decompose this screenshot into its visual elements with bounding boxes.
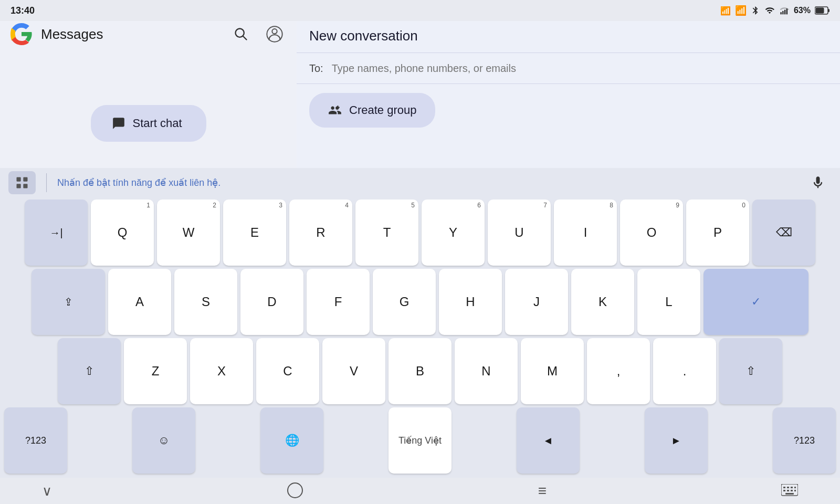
to-label: To: <box>309 62 323 75</box>
key-x[interactable]: X <box>190 338 253 404</box>
home-button[interactable] <box>287 482 303 500</box>
key-i[interactable]: I8 <box>554 200 617 266</box>
battery-icon <box>815 6 830 15</box>
status-icons: 📶 📶 63% <box>720 5 830 16</box>
key-q[interactable]: Q1 <box>91 200 154 266</box>
key-period[interactable]: . <box>653 338 716 404</box>
create-group-label: Create group <box>349 103 416 117</box>
key-s[interactable]: S <box>174 269 237 335</box>
caps-key[interactable]: ⇪ <box>32 269 105 335</box>
svg-rect-6 <box>816 8 824 14</box>
keyboard-suggest-text[interactable]: Nhấn để bật tính năng để xuất liên hệ. <box>57 177 220 188</box>
svg-rect-18 <box>794 487 796 488</box>
home-circle-icon <box>287 482 303 499</box>
globe-key[interactable]: 🌐 <box>260 407 323 474</box>
key-k[interactable]: K <box>571 269 634 335</box>
keyboard-icon <box>781 484 798 497</box>
key-u[interactable]: U7 <box>488 200 551 266</box>
key-j[interactable]: J <box>505 269 568 335</box>
svg-rect-16 <box>787 487 789 488</box>
key-t[interactable]: T5 <box>355 200 418 266</box>
svg-rect-19 <box>783 490 785 491</box>
language-label: Tiếng Việt <box>398 435 442 446</box>
action-row: Create group <box>297 84 840 136</box>
arrow-left-key[interactable]: ◄ <box>517 407 580 474</box>
svg-rect-23 <box>785 493 794 495</box>
key-v[interactable]: V <box>322 338 385 404</box>
profile-button[interactable] <box>263 23 286 46</box>
search-button[interactable] <box>229 23 253 46</box>
key-g[interactable]: G <box>373 269 436 335</box>
chat-icon <box>112 117 125 130</box>
mic-icon <box>811 175 825 190</box>
status-time: 13:40 <box>10 5 35 16</box>
signal-icon <box>779 6 790 15</box>
navigation-bar: ∨ ≡ <box>0 478 840 504</box>
svg-rect-1 <box>782 11 783 15</box>
keyboard-row-4: ?123 ☺ 🌐 Tiếng Việt ◄ ► ?123 <box>4 407 836 474</box>
key-a[interactable]: A <box>108 269 171 335</box>
key-f[interactable]: F <box>307 269 370 335</box>
key-c[interactable]: C <box>256 338 319 404</box>
header-icons <box>229 23 286 46</box>
key-o[interactable]: O9 <box>620 200 683 266</box>
svg-rect-12 <box>23 184 27 188</box>
num-key-right[interactable]: ?123 <box>773 407 836 474</box>
keyboard-button[interactable] <box>781 484 798 498</box>
emoji-key[interactable]: ☺ <box>132 407 195 474</box>
key-m[interactable]: M <box>521 338 584 404</box>
enter-key[interactable]: ✓ <box>704 269 808 335</box>
keyboard-toolbar: Nhấn để bật tính năng để xuất liên hệ. <box>0 168 840 197</box>
shift-left-key[interactable]: ⇧ <box>58 338 121 404</box>
key-e[interactable]: E3 <box>223 200 286 266</box>
start-chat-button[interactable]: Start chat <box>91 105 206 142</box>
battery-percent: 63% <box>794 6 811 15</box>
wifi-icon2 <box>764 6 775 15</box>
group-add-icon <box>328 103 342 117</box>
keyboard-rows: →| Q1 W2 E3 R4 T5 Y6 U7 I8 O9 P0 ⌫ ⇪ A S… <box>0 197 840 478</box>
key-l[interactable]: L <box>637 269 700 335</box>
svg-point-13 <box>288 483 302 498</box>
svg-rect-9 <box>17 177 21 182</box>
to-row[interactable]: To: <box>297 52 840 84</box>
app-title: Messages <box>41 26 221 43</box>
shift-right-key[interactable]: ⇧ <box>719 338 782 404</box>
svg-rect-15 <box>783 487 785 488</box>
key-h[interactable]: H <box>439 269 502 335</box>
key-comma[interactable]: , <box>587 338 650 404</box>
keyboard-row-3: ⇧ Z X C V B N M , . ⇧ <box>4 338 836 404</box>
num-key-left[interactable]: ?123 <box>4 407 67 474</box>
back-icon: ∨ <box>42 483 52 499</box>
bluetooth-icon: 📶 <box>720 6 731 16</box>
svg-rect-22 <box>794 490 796 491</box>
keyboard-row-2: ⇪ A S D F G H J K L ✓ <box>4 269 836 335</box>
key-w[interactable]: W2 <box>157 200 220 266</box>
tab-key[interactable]: →| <box>25 200 88 266</box>
menu-icon: ≡ <box>538 482 547 499</box>
backspace-key[interactable]: ⌫ <box>752 200 815 266</box>
start-chat-label: Start chat <box>133 117 182 130</box>
apps-icon <box>15 175 29 190</box>
key-r[interactable]: R4 <box>289 200 352 266</box>
status-bar: 13:40 📶 📶 63% <box>0 0 840 21</box>
menu-button[interactable]: ≡ <box>538 482 547 499</box>
key-n[interactable]: N <box>455 338 518 404</box>
key-d[interactable]: D <box>240 269 303 335</box>
keyboard-apps-button[interactable] <box>8 171 36 194</box>
microphone-button[interactable] <box>804 171 832 194</box>
svg-rect-2 <box>784 10 785 15</box>
back-button[interactable]: ∨ <box>42 483 52 499</box>
bluetooth-icon2 <box>751 6 760 15</box>
create-group-button[interactable]: Create group <box>309 93 435 128</box>
svg-rect-17 <box>791 487 793 488</box>
key-y[interactable]: Y6 <box>422 200 485 266</box>
svg-rect-11 <box>17 184 21 188</box>
svg-rect-20 <box>787 490 789 491</box>
key-b[interactable]: B <box>388 338 452 404</box>
recipient-input[interactable] <box>332 62 827 75</box>
space-key[interactable]: Tiếng Việt <box>388 407 452 474</box>
arrow-right-key[interactable]: ► <box>645 407 708 474</box>
key-p[interactable]: P0 <box>686 200 749 266</box>
key-z[interactable]: Z <box>124 338 187 404</box>
svg-rect-3 <box>786 8 788 14</box>
